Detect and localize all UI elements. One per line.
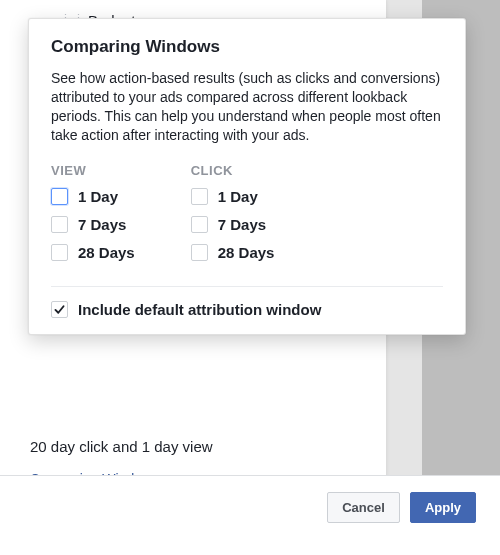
popover-title: Comparing Windows [51, 37, 443, 57]
view-1day-option[interactable]: 1 Day [51, 188, 135, 205]
view-7days-option[interactable]: 7 Days [51, 216, 135, 233]
click-1day-label: 1 Day [218, 188, 258, 205]
click-7days-option[interactable]: 7 Days [191, 216, 275, 233]
popover-description: See how action-based results (such as cl… [51, 69, 443, 145]
view-column: VIEW 1 Day 7 Days 28 Days [51, 163, 135, 272]
click-28days-label: 28 Days [218, 244, 275, 261]
cancel-button[interactable]: Cancel [327, 492, 400, 523]
view-1day-label: 1 Day [78, 188, 118, 205]
click-7days-label: 7 Days [218, 216, 266, 233]
click-1day-option[interactable]: 1 Day [191, 188, 275, 205]
checkbox-icon[interactable] [51, 301, 68, 318]
include-default-label: Include default attribution window [78, 301, 321, 318]
view-28days-option[interactable]: 28 Days [51, 244, 135, 261]
click-28days-option[interactable]: 28 Days [191, 244, 275, 261]
checkbox-icon[interactable] [51, 244, 68, 261]
click-column-head: CLICK [191, 163, 275, 178]
apply-button[interactable]: Apply [410, 492, 476, 523]
checkbox-icon[interactable] [191, 244, 208, 261]
click-column: CLICK 1 Day 7 Days 28 Days [191, 163, 275, 272]
view-column-head: VIEW [51, 163, 135, 178]
bg-cutoff-text: 20 day click and 1 day view [30, 438, 213, 455]
checkbox-icon[interactable] [51, 188, 68, 205]
comparing-windows-popover: Comparing Windows See how action-based r… [28, 18, 466, 335]
view-7days-label: 7 Days [78, 216, 126, 233]
include-default-option[interactable]: Include default attribution window [51, 301, 443, 318]
checkbox-icon[interactable] [51, 216, 68, 233]
view-28days-label: 28 Days [78, 244, 135, 261]
footer: Cancel Apply [0, 475, 500, 555]
checkbox-icon[interactable] [191, 188, 208, 205]
divider [51, 286, 443, 287]
checkbox-icon[interactable] [191, 216, 208, 233]
